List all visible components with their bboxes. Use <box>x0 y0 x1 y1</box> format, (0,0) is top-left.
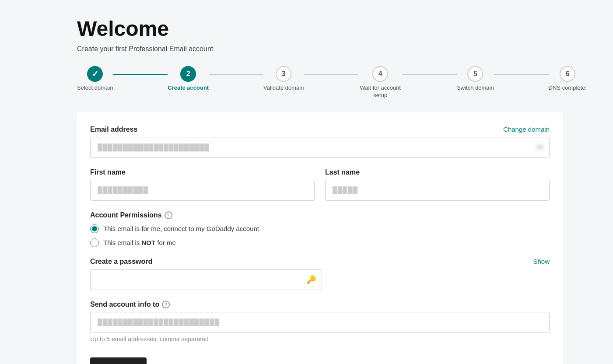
page-subtitle: Create your first Professional Email acc… <box>77 45 587 53</box>
email-input[interactable] <box>90 137 550 158</box>
radio-option-me[interactable]: This email is for me, connect to my GoDa… <box>90 224 550 233</box>
password-input[interactable] <box>90 269 322 290</box>
email-label: Email address <box>90 126 138 133</box>
key-icon: 🔑 <box>306 275 316 284</box>
send-info-hint: Up to 5 email addresses, comma separated <box>90 336 550 343</box>
send-info-field-group: Send account info to ? Up to 5 email add… <box>90 301 550 343</box>
form-card: Email address Change domain ✉ First name… <box>77 112 563 364</box>
step-5: 5 Switch domain <box>457 66 494 92</box>
password-header: Create a password Show <box>90 258 550 266</box>
password-label: Create a password <box>90 258 152 266</box>
step-6-circle: 6 <box>560 66 575 82</box>
first-name-label: First name <box>90 168 126 176</box>
step-1-circle <box>87 66 103 82</box>
send-info-input[interactable] <box>90 312 550 333</box>
step-1-label: Select domain <box>77 84 113 92</box>
email-field-header: Email address Change domain <box>90 126 550 133</box>
connector-1-2 <box>113 74 168 75</box>
connector-5-6 <box>494 74 549 75</box>
send-info-label-row: Send account info to ? <box>90 301 550 308</box>
radio-me-label: This email is for me, connect to my GoDa… <box>103 225 259 232</box>
step-3-number: 3 <box>282 70 286 78</box>
send-info-label: Send account info to <box>90 301 159 308</box>
radio-option-not-me[interactable]: This email is NOT for me <box>90 238 550 247</box>
step-5-circle: 5 <box>467 66 483 82</box>
step-6: 6 DNS complete! <box>549 66 587 92</box>
step-5-label: Switch domain <box>457 84 494 92</box>
step-6-number: 6 <box>566 70 570 78</box>
permissions-label: Account Permissions <box>90 211 162 219</box>
name-row: First name Last name <box>90 168 550 201</box>
password-input-wrapper: 🔑 <box>90 269 322 290</box>
continue-button[interactable]: Continue <box>90 357 147 364</box>
connector-3-4 <box>304 74 358 75</box>
step-3-label: Validate domain <box>263 84 304 92</box>
last-name-group: Last name <box>325 168 550 201</box>
step-6-label: DNS complete! <box>549 84 587 92</box>
stepper: Select domain 2 Create account 3 Validat… <box>77 66 587 99</box>
account-permissions-group: Account Permissions ? This email is for … <box>90 211 550 247</box>
step-4-circle: 4 <box>372 66 388 82</box>
step-2-label: Create account <box>168 84 209 92</box>
connector-2-3 <box>209 74 263 75</box>
email-field-group: Email address Change domain ✉ <box>90 126 550 158</box>
step-4-label: Wait for account setup <box>358 84 402 99</box>
password-field-group: Create a password Show 🔑 <box>90 258 550 290</box>
step-3-circle: 3 <box>276 66 291 82</box>
email-suffix-icon: ✉ <box>537 143 543 152</box>
step-2-circle: 2 <box>180 66 196 82</box>
first-name-group: First name <box>90 168 315 201</box>
step-4-number: 4 <box>378 70 382 78</box>
permissions-label-row: Account Permissions ? <box>90 211 550 219</box>
email-input-wrapper: ✉ <box>90 137 550 158</box>
radio-not-me-input[interactable] <box>90 238 99 247</box>
last-name-label: Last name <box>325 168 360 176</box>
step-3: 3 Validate domain <box>263 66 304 92</box>
radio-not-me-label: This email is NOT for me <box>103 239 176 246</box>
step-2-number: 2 <box>186 70 190 78</box>
show-password-link[interactable]: Show <box>533 258 550 265</box>
change-domain-link[interactable]: Change domain <box>503 126 550 133</box>
page-title: Welcome <box>77 18 587 41</box>
radio-me-input[interactable] <box>90 224 99 233</box>
send-info-help-icon[interactable]: ? <box>162 301 170 308</box>
check-icon <box>92 69 98 79</box>
permissions-help-icon[interactable]: ? <box>165 211 172 219</box>
last-name-input[interactable] <box>325 180 550 201</box>
connector-4-5 <box>402 74 457 75</box>
step-1: Select domain <box>77 66 113 92</box>
step-2: 2 Create account <box>168 66 209 92</box>
step-4: 4 Wait for account setup <box>358 66 402 99</box>
first-name-input[interactable] <box>90 180 315 201</box>
step-5-number: 5 <box>473 70 477 78</box>
